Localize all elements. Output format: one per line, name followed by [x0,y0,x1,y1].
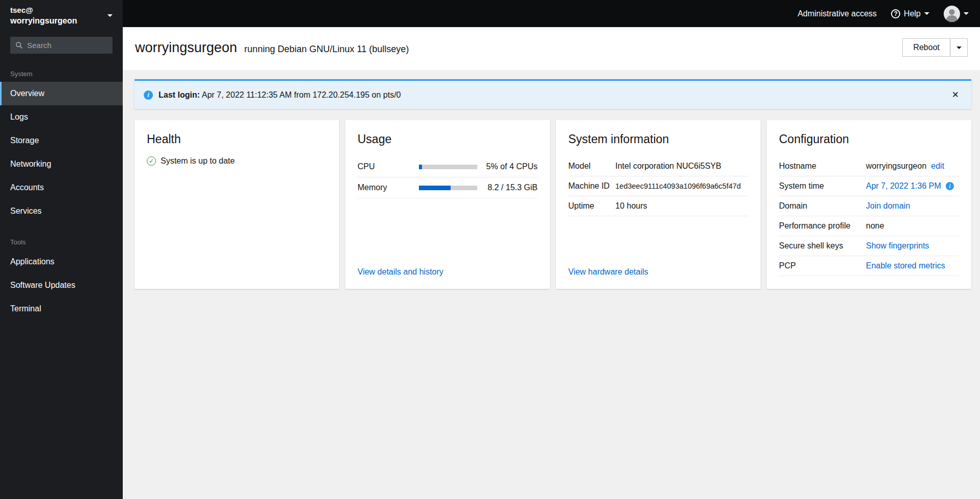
sidebar-nav: System Overview Logs Storage Networking … [0,62,123,321]
system-time-row: System time Apr 7, 2022 1:36 PM i [779,176,959,196]
memory-progress-fill [419,186,451,190]
sidebar-item-accounts[interactable]: Accounts [0,176,123,199]
sidebar-item-networking[interactable]: Networking [0,152,123,176]
alert-message: Apr 7, 2022 11:12:35 AM from 172.20.254.… [202,90,400,99]
chevron-down-icon [964,12,969,15]
health-card: Health ✓ System is up to date [135,120,339,289]
overview-cards: Health ✓ System is up to date Usage CPU … [135,120,971,289]
host-switcher[interactable]: tsec@ worryingsurgeon [0,0,123,31]
hostname-edit-link[interactable]: edit [931,162,944,171]
health-status-text: System is up to date [161,156,235,166]
page-title: worryingsurgeon [135,40,237,56]
alert-title: Last login: [159,90,200,99]
user-menu-button[interactable] [944,6,969,22]
sidebar-item-overview[interactable]: Overview [0,82,123,105]
alert-close-button[interactable]: ✕ [949,88,962,101]
sidebar: tsec@ worryingsurgeon System Overview Lo… [0,0,123,499]
secure-shell-keys-label: Secure shell keys [779,241,866,251]
info-icon: i [144,90,153,100]
sidebar-item-logs[interactable]: Logs [0,105,123,129]
hostname-row: Hostname worryingsurgeon edit [779,156,959,176]
domain-row: Domain Join domain [779,196,959,216]
model-value: Intel corporation NUC6i5SYB [615,162,721,171]
domain-label: Domain [779,201,866,211]
memory-usage-row: Memory 8.2 / 15.3 GiB [358,177,538,198]
avatar [944,6,960,22]
health-status-row: ✓ System is up to date [147,156,327,166]
performance-profile-value: none [866,221,884,231]
configuration-card: Configuration Hostname worryingsurgeon e… [767,120,971,289]
last-login-alert: i Last login: Apr 7, 2022 11:12:35 AM fr… [135,79,971,109]
sidebar-item-services[interactable]: Services [0,199,123,223]
search-input[interactable] [27,41,107,50]
memory-value: 8.2 / 15.3 GiB [477,183,538,192]
memory-label: Memory [358,183,419,192]
success-check-icon: ✓ [147,156,156,166]
system-time-info-icon[interactable]: i [946,182,954,190]
sidebar-item-terminal[interactable]: Terminal [0,297,123,321]
configuration-card-title: Configuration [779,132,959,146]
help-label: Help [904,9,921,18]
usage-card-title: Usage [358,132,538,146]
chevron-down-icon [924,12,929,15]
page-content: worryingsurgeon running Debian GNU/Linux… [123,27,980,499]
health-card-title: Health [147,132,327,146]
secure-shell-keys-row: Secure shell keys Show fingerprints [779,236,959,256]
main-column: Administrative access ? Help worryingsur… [123,0,980,499]
cpu-value: 5% of 4 CPUs [477,162,538,171]
host-title: worryingsurgeon running Debian GNU/Linux… [135,40,409,56]
host-name: worryingsurgeon [10,15,77,27]
machine-id-label: Machine ID [568,182,615,191]
cpu-progress-bar [419,165,477,169]
alert-text: Last login: Apr 7, 2022 11:12:35 AM from… [159,90,943,100]
sidebar-item-storage[interactable]: Storage [0,129,123,152]
administrative-access-button[interactable]: Administrative access [797,9,877,18]
chevron-down-icon [107,14,113,17]
help-icon: ? [891,9,900,18]
view-hardware-details-link[interactable]: View hardware details [568,267,748,277]
page-body: i Last login: Apr 7, 2022 11:12:35 AM fr… [123,70,980,298]
performance-profile-row: Performance profile none [779,216,959,236]
sidebar-search [10,37,113,54]
system-time-link[interactable]: Apr 7, 2022 1:36 PM [866,182,941,191]
search-icon [15,41,23,49]
uptime-value: 10 hours [615,201,647,211]
uptime-label: Uptime [568,201,615,211]
cpu-usage-row: CPU 5% of 4 CPUs [358,156,538,177]
nav-section-tools-label: Tools [0,223,123,250]
performance-profile-label: Performance profile [779,221,866,231]
cpu-label: CPU [358,162,419,171]
memory-progress-bar [419,186,477,190]
cpu-progress-fill [419,165,422,169]
uptime-row: Uptime 10 hours [568,196,748,216]
hostname-value: worryingsurgeon [866,162,926,171]
pcp-row: PCP Enable stored metrics [779,256,959,276]
help-menu-button[interactable]: ? Help [891,9,929,18]
pcp-label: PCP [779,261,866,270]
view-details-and-history-link[interactable]: View details and history [358,267,538,277]
reboot-button[interactable]: Reboot [902,38,950,57]
machine-id-row: Machine ID 1ed3eec9111c4093a1096f69a6c5f… [568,176,748,196]
usage-card: Usage CPU 5% of 4 CPUs Memory 8.2 / 15.3… [345,120,550,289]
host-switcher-labels: tsec@ worryingsurgeon [10,5,77,27]
model-row: Model Intel corporation NUC6i5SYB [568,156,748,176]
enable-stored-metrics-link[interactable]: Enable stored metrics [866,261,945,270]
machine-id-value: 1ed3eec9111c4093a1096f69a6c5f47d [615,182,741,190]
system-time-label: System time [779,182,866,191]
system-information-card: System information Model Intel corporati… [556,120,761,289]
masthead: Administrative access ? Help [123,0,980,27]
model-label: Model [568,162,615,171]
reboot-split-button: Reboot [902,38,968,57]
os-description: running Debian GNU/Linux 11 (bullseye) [244,44,409,55]
nav-section-system-label: System [0,62,123,82]
page-header: worryingsurgeon running Debian GNU/Linux… [123,27,980,70]
chevron-down-icon [956,47,962,49]
hostname-label: Hostname [779,162,866,171]
show-fingerprints-link[interactable]: Show fingerprints [866,241,929,251]
reboot-dropdown-toggle[interactable] [950,38,968,57]
sidebar-item-software-updates[interactable]: Software Updates [0,274,123,297]
system-information-card-title: System information [568,132,748,146]
sidebar-item-applications[interactable]: Applications [0,250,123,274]
host-user: tsec@ [10,5,77,15]
join-domain-link[interactable]: Join domain [866,201,910,211]
